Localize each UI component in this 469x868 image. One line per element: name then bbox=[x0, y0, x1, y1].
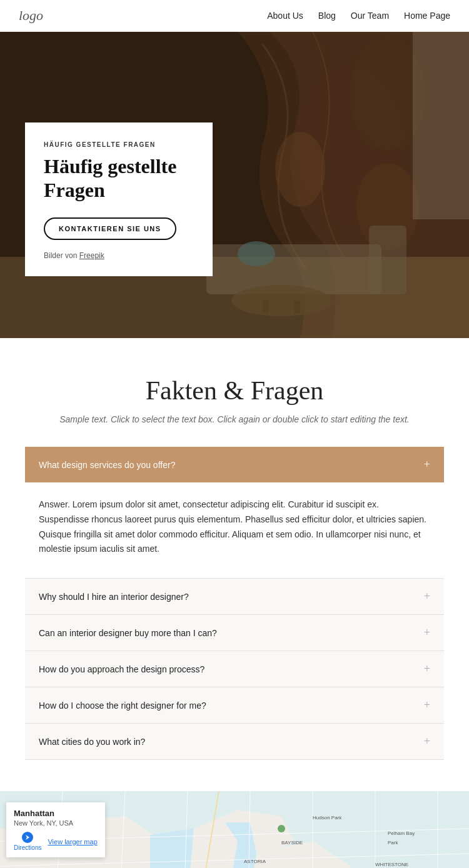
faq-active-plus-icon: + bbox=[424, 458, 430, 471]
faq-active-item[interactable]: What design services do you offer? + bbox=[25, 447, 444, 482]
map-popup: Manhattan New York, NY, USA Directions V… bbox=[6, 802, 105, 857]
svg-point-9 bbox=[231, 285, 331, 316]
faq-section: Fakten & Fragen Sample text. Click to se… bbox=[0, 338, 469, 772]
svg-text:BAYSIDE: BAYSIDE bbox=[281, 840, 303, 846]
faq-row-1-label: Can an interior designer buy more than I… bbox=[39, 628, 217, 638]
freepik-link[interactable]: Freepik bbox=[79, 251, 104, 260]
faq-row-4-plus-icon: + bbox=[424, 735, 430, 748]
map-section: MANHATTAN BROOKLYN QUEENS Newark New Yor… bbox=[0, 791, 469, 868]
nav-team[interactable]: Our Team bbox=[351, 11, 389, 21]
faq-row-1[interactable]: Can an interior designer buy more than I… bbox=[25, 614, 444, 651]
faq-row-0-plus-icon: + bbox=[424, 590, 430, 603]
svg-point-52 bbox=[278, 825, 285, 832]
svg-text:Pelham Bay: Pelham Bay bbox=[388, 831, 415, 836]
navbar: logo About Us Blog Our Team Home Page bbox=[0, 0, 469, 32]
svg-text:Park: Park bbox=[388, 840, 398, 846]
nav-links: About Us Blog Our Team Home Page bbox=[267, 10, 450, 21]
faq-row-0[interactable]: Why should I hire an interior designer? … bbox=[25, 578, 444, 614]
faq-row-3-plus-icon: + bbox=[424, 699, 430, 712]
svg-rect-11 bbox=[294, 301, 300, 313]
logo: logo bbox=[19, 7, 43, 24]
faq-active-question: What design services do you offer? bbox=[39, 460, 175, 470]
directions-icon bbox=[22, 832, 33, 843]
faq-row-2-plus-icon: + bbox=[424, 662, 430, 676]
contact-button[interactable]: Kontaktieren Sie uns bbox=[44, 217, 176, 240]
nav-home[interactable]: Home Page bbox=[404, 11, 450, 21]
faq-row-2-label: How do you approach the design process? bbox=[39, 664, 204, 674]
directions-label: Directions bbox=[14, 844, 41, 851]
faq-active-answer: Answer. Lorem ipsum dolor sit amet, cons… bbox=[25, 482, 444, 572]
svg-text:ASTORIA: ASTORIA bbox=[244, 859, 266, 864]
hero-credit: Bilder von Freepik bbox=[44, 251, 194, 260]
svg-text:WHITESTONE: WHITESTONE bbox=[375, 862, 408, 867]
faq-row-4[interactable]: What cities do you work in? + bbox=[25, 723, 444, 760]
map-popup-actions: Directions View larger map bbox=[14, 832, 98, 851]
faq-row-0-label: Why should I hire an interior designer? bbox=[39, 592, 189, 602]
nav-about[interactable]: About Us bbox=[267, 11, 303, 21]
svg-text:Hudson Park: Hudson Park bbox=[313, 815, 342, 821]
svg-marker-54 bbox=[26, 835, 29, 840]
svg-point-3 bbox=[275, 132, 325, 207]
faq-main-title: Fakten & Fragen bbox=[25, 376, 444, 406]
map-popup-address: New York, NY, USA bbox=[14, 819, 98, 827]
hero-credit-prefix: Bilder von bbox=[44, 251, 79, 260]
faq-main-subtitle: Sample text. Click to select the text bo… bbox=[25, 414, 444, 424]
svg-rect-10 bbox=[263, 301, 269, 313]
faq-row-4-label: What cities do you work in? bbox=[39, 737, 145, 747]
faq-row-2[interactable]: How do you approach the design process? … bbox=[25, 651, 444, 687]
hero-section: Häufig gestellte Fragen Häufig gestellte… bbox=[0, 32, 469, 338]
faq-list: Why should I hire an interior designer? … bbox=[25, 578, 444, 760]
hero-card: Häufig gestellte Fragen Häufig gestellte… bbox=[25, 122, 213, 276]
svg-rect-5 bbox=[413, 32, 469, 219]
faq-row-3[interactable]: How do I choose the right designer for m… bbox=[25, 687, 444, 723]
faq-row-1-plus-icon: + bbox=[424, 626, 430, 639]
svg-rect-8 bbox=[369, 226, 406, 294]
view-larger-map-link[interactable]: View larger map bbox=[48, 838, 97, 846]
directions-button[interactable]: Directions bbox=[14, 832, 41, 851]
nav-blog[interactable]: Blog bbox=[318, 11, 336, 21]
hero-title: Häufig gestellte Fragen bbox=[44, 154, 194, 202]
hero-subtitle: Häufig gestellte Fragen bbox=[44, 141, 194, 148]
faq-row-3-label: How do I choose the right designer for m… bbox=[39, 701, 206, 711]
svg-point-12 bbox=[238, 241, 275, 266]
map-popup-title: Manhattan bbox=[14, 809, 98, 818]
